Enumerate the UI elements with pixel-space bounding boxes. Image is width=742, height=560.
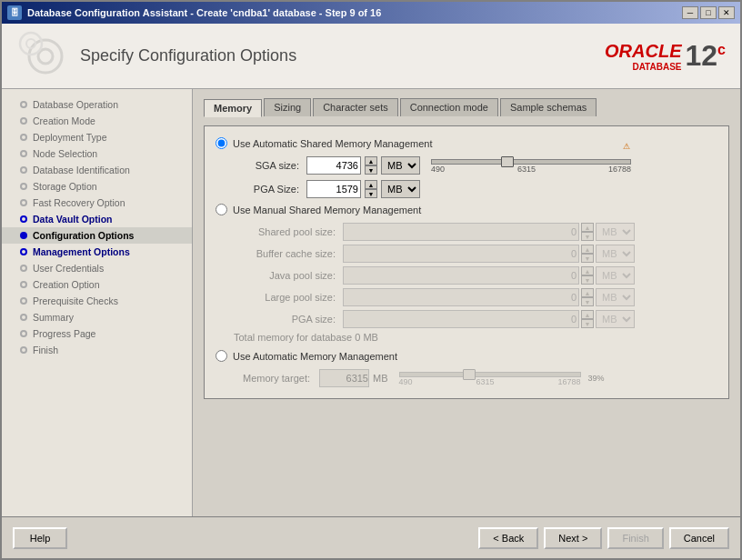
shared-pool-row: Shared pool size: ▲ ▼ MB — [234, 223, 717, 241]
large-pool-input — [343, 288, 579, 306]
shared-pool-input-group: ▲ ▼ MB — [343, 223, 635, 241]
radio-automatic-shared-label[interactable]: Use Automatic Shared Memory Management — [233, 138, 433, 149]
memory-target-unit: MB — [373, 373, 388, 384]
back-button[interactable]: < Back — [478, 527, 538, 549]
content-area: Memory Sizing Character sets Connection … — [193, 89, 740, 516]
large-pool-unit: MB — [596, 288, 635, 306]
pga-manual-label: PGA size: — [234, 314, 343, 325]
memory-slider-max: 16788 — [557, 377, 580, 386]
large-pool-decrement: ▼ — [581, 297, 594, 306]
sidebar-item-storage-option: Storage Option — [2, 178, 192, 195]
page-title: Specify Configuration Options — [80, 46, 296, 65]
memory-target-slider-labels: 490 6315 16788 — [399, 377, 581, 386]
radio-automatic-shared[interactable] — [216, 137, 227, 149]
memory-slider-min: 490 — [399, 377, 413, 386]
buffer-cache-row: Buffer cache size: ▲▼ MB — [234, 245, 717, 263]
radio-manual-shared-label[interactable]: Use Manual Shared Memory Management — [233, 205, 421, 215]
memory-target-label: Memory target: — [234, 373, 316, 384]
sidebar-item-user-credentials: User Credentials — [2, 260, 192, 276]
tab-sample-schemas[interactable]: Sample schemas — [500, 98, 597, 116]
tab-connection-mode[interactable]: Connection mode — [400, 98, 498, 116]
main-window: 🗄 Database Configuration Assistant - Cre… — [0, 0, 742, 560]
buffer-cache-decrement: ▼ — [581, 254, 594, 263]
sidebar: Database Operation Creation Mode Deploym… — [2, 89, 193, 516]
tab-memory[interactable]: Memory — [204, 99, 262, 117]
maximize-button[interactable]: □ — [700, 6, 717, 19]
tab-sizing[interactable]: Sizing — [264, 98, 311, 116]
minimize-button[interactable]: ─ — [682, 6, 698, 19]
oracle-version: 12c — [686, 39, 727, 73]
sga-decrement-button[interactable]: ▼ — [365, 165, 377, 175]
app-icon: 🗄 — [7, 5, 22, 20]
pga-increment-button[interactable]: ▲ — [365, 180, 377, 189]
radio-automatic-memory-label[interactable]: Use Automatic Memory Management — [233, 351, 397, 362]
sga-row: SGA size: ▲ ▼ MB — [234, 156, 717, 175]
java-pool-decrement: ▼ — [581, 275, 594, 285]
pga-manual-unit: MB — [596, 310, 635, 328]
sga-spinners: ▲ ▼ — [365, 156, 377, 175]
title-bar: 🗄 Database Configuration Assistant - Cre… — [2, 2, 740, 24]
pga-manual-row: PGA size: ▲▼ MB — [234, 310, 717, 328]
sga-input[interactable] — [306, 156, 361, 175]
title-bar-left: 🗄 Database Configuration Assistant - Cre… — [7, 5, 381, 20]
shared-pool-unit: MB — [596, 223, 635, 241]
sga-unit-select[interactable]: MB — [381, 156, 420, 175]
pga-decrement-button[interactable]: ▼ — [365, 189, 377, 198]
sga-increment-button[interactable]: ▲ — [365, 156, 377, 165]
main-content: Database Operation Creation Mode Deploym… — [2, 89, 740, 516]
pga-row: PGA Size: ▲ ▼ MB — [234, 180, 717, 198]
pga-label: PGA Size: — [234, 184, 306, 195]
sidebar-item-prerequisite-checks: Prerequisite Checks — [2, 293, 192, 309]
sidebar-item-data-vault[interactable]: Data Vault Option — [2, 211, 192, 227]
sidebar-item-creation-option: Creation Option — [2, 276, 192, 293]
close-button[interactable]: ✕ — [718, 6, 735, 19]
java-pool-unit: MB — [596, 266, 635, 285]
java-pool-increment: ▲ — [581, 266, 594, 275]
pga-unit-select[interactable]: MB — [381, 180, 420, 198]
radio-automatic-memory[interactable] — [216, 350, 227, 362]
shared-pool-decrement: ▼ — [581, 232, 594, 241]
sidebar-item-fast-recovery: Fast Recovery Option — [2, 195, 192, 211]
sidebar-item-configuration-options: Configuration Options — [2, 227, 192, 244]
tab-character-sets[interactable]: Character sets — [313, 98, 398, 116]
sga-slider-mid: 6315 — [517, 165, 536, 174]
large-pool-row: Large pool size: ▲▼ MB — [234, 288, 717, 306]
sidebar-item-management-options[interactable]: Management Options — [2, 244, 192, 260]
shared-pool-increment: ▲ — [581, 223, 594, 232]
large-pool-label: Large pool size: — [234, 292, 343, 303]
oracle-brand-text: ORACLE — [605, 41, 681, 62]
large-pool-input-group: ▲▼ MB — [343, 288, 635, 306]
gear-decorative-icon — [16, 31, 71, 81]
pga-manual-input-group: ▲▼ MB — [343, 310, 635, 328]
memory-target-slider-container: 490 6315 16788 — [399, 370, 581, 386]
sga-slider-warning-icon: ⚠ — [623, 142, 630, 151]
next-button[interactable]: Next > — [544, 527, 602, 549]
shared-pool-input — [343, 223, 579, 241]
pga-input[interactable] — [306, 180, 361, 198]
radio-manual-shared[interactable] — [216, 204, 227, 215]
svg-point-1 — [38, 49, 53, 64]
sga-slider-labels: 490 6315 16788 — [431, 165, 631, 174]
sga-slider-max: 16788 — [608, 165, 631, 174]
pga-manual-input — [343, 310, 579, 328]
oracle-database-text: DATABASE — [632, 62, 681, 72]
sidebar-item-deployment-type: Deployment Type — [2, 129, 192, 145]
shared-pool-spinners: ▲ ▼ — [581, 223, 594, 241]
sga-slider-min: 490 — [431, 165, 445, 174]
cancel-button[interactable]: Cancel — [669, 527, 729, 549]
radio-row-automatic-memory: Use Automatic Memory Management — [216, 350, 717, 362]
memory-target-input — [319, 369, 369, 387]
java-pool-input-group: ▲▼ MB — [343, 266, 635, 285]
sga-slider-thumb[interactable] — [501, 156, 514, 167]
footer-right-buttons: < Back Next > Finish Cancel — [478, 527, 729, 549]
radio-row-manual-shared: Use Manual Shared Memory Management — [216, 204, 717, 215]
java-pool-input — [343, 266, 579, 285]
sidebar-item-database-operation: Database Operation — [2, 96, 192, 113]
sidebar-item-finish: Finish — [2, 342, 192, 358]
help-button[interactable]: Help — [13, 527, 67, 549]
finish-button: Finish — [607, 527, 663, 549]
buffer-cache-unit: MB — [596, 245, 635, 263]
buffer-cache-input-group: ▲▼ MB — [343, 245, 635, 263]
radio-row-automatic-shared: Use Automatic Shared Memory Management — [216, 137, 717, 149]
memory-slider-pct: 39% — [588, 374, 605, 383]
